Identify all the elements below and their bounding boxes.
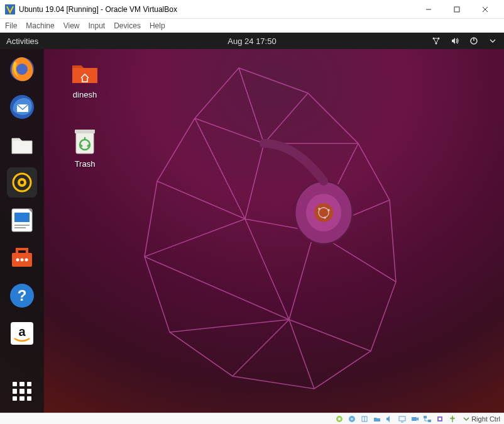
- ubuntu-dock: ? a: [0, 49, 44, 413]
- svg-rect-2: [454, 7, 459, 12]
- network-icon: [431, 36, 441, 46]
- status-cpu-icon[interactable]: [435, 415, 445, 423]
- status-network-icon[interactable]: [422, 415, 432, 423]
- power-icon: [469, 36, 479, 46]
- dock-ubuntu-software[interactable]: [7, 243, 37, 273]
- status-optical-icon[interactable]: [347, 415, 357, 423]
- chevron-down-icon: [463, 416, 470, 422]
- svg-point-29: [21, 259, 24, 262]
- svg-point-12: [314, 203, 333, 222]
- gnome-topbar: Activities Aug 24 17:50: [0, 33, 504, 49]
- svg-point-14: [318, 208, 320, 210]
- maximize-button[interactable]: [442, 1, 471, 18]
- virtualbox-icon: [5, 4, 15, 14]
- activities-button[interactable]: Activities: [6, 36, 38, 46]
- svg-text:?: ?: [18, 287, 27, 304]
- window-title: Ubuntu 19.04 [Running] - Oracle VM Virtu…: [19, 5, 414, 14]
- status-recording-icon[interactable]: [410, 415, 420, 423]
- menu-devices[interactable]: Devices: [114, 21, 141, 30]
- guest-display: Activities Aug 24 17:50: [0, 33, 504, 413]
- ubuntu-desktop: ? a dinesh Trash: [0, 49, 504, 413]
- svg-point-23: [20, 181, 24, 184]
- svg-point-31: [25, 259, 28, 262]
- dock-help[interactable]: ?: [7, 281, 37, 311]
- menu-file[interactable]: File: [5, 21, 17, 30]
- svg-rect-46: [412, 417, 417, 421]
- home-folder-icon[interactable]: dinesh: [63, 57, 107, 99]
- status-hdd-icon[interactable]: [334, 415, 344, 423]
- vbox-menubar: File Machine View Input Devices Help: [0, 19, 504, 33]
- dock-files[interactable]: [7, 130, 37, 160]
- svg-point-16: [324, 216, 326, 219]
- wallpaper: [0, 49, 504, 413]
- trash-label: Trash: [75, 159, 96, 169]
- close-button[interactable]: [471, 1, 499, 18]
- svg-text:a: a: [18, 325, 26, 338]
- dock-rhythmbox[interactable]: [7, 167, 37, 198]
- svg-point-15: [327, 209, 330, 211]
- status-shared-folders-icon[interactable]: [372, 415, 382, 423]
- dock-libreoffice-writer[interactable]: [7, 205, 37, 235]
- system-menu[interactable]: [431, 36, 498, 46]
- svg-rect-50: [439, 418, 441, 420]
- svg-point-30: [16, 259, 19, 262]
- minimize-button[interactable]: [414, 1, 442, 18]
- dock-amazon[interactable]: a: [7, 318, 37, 349]
- svg-rect-47: [424, 416, 427, 418]
- window-controls: [414, 1, 499, 18]
- volume-icon: [450, 36, 460, 46]
- menu-help[interactable]: Help: [150, 21, 165, 30]
- home-folder-label: dinesh: [73, 90, 97, 99]
- svg-point-39: [338, 418, 341, 420]
- svg-rect-48: [428, 420, 431, 422]
- status-audio-icon[interactable]: [385, 415, 395, 423]
- svg-rect-25: [14, 213, 30, 222]
- svg-point-18: [16, 64, 28, 75]
- dock-firefox[interactable]: [7, 54, 37, 84]
- svg-rect-37: [75, 130, 95, 133]
- svg-point-51: [451, 417, 454, 420]
- dock-thunderbird[interactable]: [7, 92, 37, 122]
- datetime-menu[interactable]: Aug 24 17:50: [227, 36, 276, 46]
- hostkey-label: Right Ctrl: [471, 415, 500, 423]
- status-display-icon[interactable]: [397, 415, 407, 423]
- show-applications-button[interactable]: [7, 376, 37, 406]
- chevron-down-icon: [488, 36, 498, 46]
- status-usb-icon[interactable]: [359, 415, 370, 423]
- wallpaper-wireframe: [101, 55, 427, 408]
- trash-icon[interactable]: Trash: [63, 126, 107, 169]
- vbox-statusbar: Right Ctrl: [0, 413, 504, 424]
- menu-view[interactable]: View: [63, 21, 80, 30]
- window-titlebar: Ubuntu 19.04 [Running] - Oracle VM Virtu…: [0, 0, 504, 19]
- status-mouse-integration-icon[interactable]: [447, 415, 457, 423]
- hostkey-indicator[interactable]: Right Ctrl: [463, 415, 500, 423]
- svg-rect-44: [399, 416, 405, 421]
- svg-point-41: [351, 418, 353, 420]
- menu-input[interactable]: Input: [89, 21, 106, 30]
- menu-machine[interactable]: Machine: [26, 21, 54, 30]
